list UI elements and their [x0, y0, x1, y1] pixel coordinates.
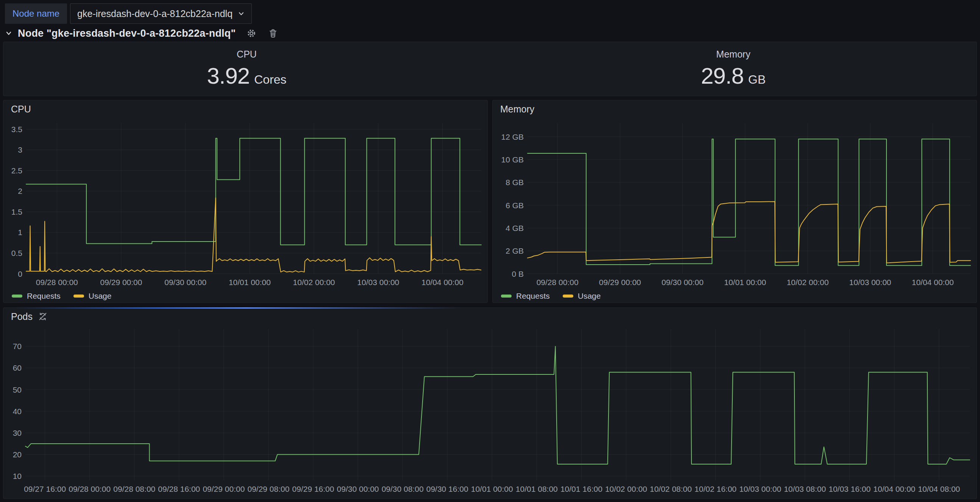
memory-panel: Memory 09/28 00:0009/29 00:0009/30 00:00… [492, 100, 977, 303]
pods-chart-canvas[interactable]: 09/27 16:0009/28 00:0009/28 08:0009/28 1… [3, 325, 977, 499]
svg-text:50: 50 [13, 385, 22, 394]
svg-text:10/01 16:00: 10/01 16:00 [560, 485, 603, 493]
svg-text:0: 0 [18, 270, 22, 278]
svg-text:10/03 08:00: 10/03 08:00 [784, 485, 826, 493]
svg-text:09/30 16:00: 09/30 16:00 [426, 485, 468, 493]
svg-text:10/02 00:00: 10/02 00:00 [605, 485, 647, 493]
variable-bar: Node name gke-iresdash-dev-0-a-812cb22a-… [5, 3, 252, 24]
svg-text:09/30 00:00: 09/30 00:00 [164, 278, 206, 287]
svg-text:10/04 00:00: 10/04 00:00 [873, 485, 915, 493]
cpu-stat: CPU 3.92 Cores [3, 42, 490, 96]
pods-panel-title: Pods [11, 311, 33, 322]
node-name-dropdown[interactable]: gke-iresdash-dev-0-a-812cb22a-ndlq [70, 3, 252, 24]
requests-series-swatch [501, 294, 512, 297]
chevron-down-icon [238, 10, 245, 17]
cpu-stat-number: 3.92 [207, 63, 250, 89]
svg-text:09/28 00:00: 09/28 00:00 [536, 278, 579, 287]
svg-text:10/02 00:00: 10/02 00:00 [786, 278, 829, 287]
stats-panel: CPU 3.92 Cores Memory 29.8 GB [3, 42, 977, 96]
cpu-panel: CPU 09/28 00:0009/29 00:0009/30 00:0010/… [3, 100, 488, 303]
svg-text:3: 3 [18, 145, 22, 154]
cpu-stat-title: CPU [237, 49, 257, 60]
node-name-value: gke-iresdash-dev-0-a-812cb22a-ndlq [77, 8, 232, 19]
legend-label-requests: Requests [27, 292, 60, 300]
svg-text:10/01 00:00: 10/01 00:00 [471, 485, 513, 493]
svg-text:12 GB: 12 GB [501, 132, 524, 141]
svg-text:10/03 16:00: 10/03 16:00 [829, 485, 870, 493]
legend-label-usage: Usage [89, 292, 112, 300]
memory-legend: Requests Usage [493, 290, 977, 302]
svg-text:09/30 08:00: 09/30 08:00 [382, 485, 424, 493]
row-actions [246, 28, 278, 39]
usage-series-swatch [73, 294, 84, 297]
pods-panel: Pods 09/27 16:0009/28 00:0009/28 08:0009… [3, 307, 977, 499]
svg-text:09/29 00:00: 09/29 00:00 [100, 278, 142, 287]
svg-text:09/28 00:00: 09/28 00:00 [68, 485, 111, 493]
memory-stat-number: 29.8 [701, 63, 744, 89]
legend-item-requests[interactable]: Requests [12, 292, 60, 300]
svg-text:3.5: 3.5 [11, 125, 22, 133]
svg-text:10: 10 [13, 472, 22, 480]
cpu-chart-canvas[interactable]: 09/28 00:0009/29 00:0009/30 00:0010/01 0… [3, 118, 487, 290]
svg-text:2: 2 [18, 187, 22, 195]
cpu-panel-title: CPU [11, 104, 31, 115]
svg-text:09/28 16:00: 09/28 16:00 [158, 485, 200, 493]
svg-text:0.5: 0.5 [11, 249, 22, 257]
svg-text:09/28 00:00: 09/28 00:00 [36, 278, 78, 287]
cpu-panel-header[interactable]: CPU [3, 100, 487, 118]
svg-text:09/29 00:00: 09/29 00:00 [203, 485, 245, 493]
svg-text:09/27 16:00: 09/27 16:00 [24, 485, 66, 493]
row-collapse-chevron-icon[interactable] [5, 30, 13, 37]
memory-stat: Memory 29.8 GB [490, 42, 977, 96]
svg-text:10/04 00:00: 10/04 00:00 [422, 278, 463, 287]
svg-text:20: 20 [13, 450, 22, 459]
svg-text:30: 30 [13, 429, 22, 437]
svg-text:4 GB: 4 GB [506, 224, 524, 232]
row-title: Node "gke-iresdash-dev-0-a-812cb22a-ndlq… [18, 28, 235, 40]
trash-icon[interactable] [268, 29, 278, 38]
legend-label-requests: Requests [516, 292, 550, 300]
memory-chart-canvas[interactable]: 09/28 00:0009/29 00:0009/30 00:0010/01 0… [493, 118, 977, 290]
svg-text:10 GB: 10 GB [501, 155, 524, 164]
legend-item-requests[interactable]: Requests [501, 292, 550, 300]
svg-text:0 B: 0 B [512, 270, 524, 278]
variable-label: Node name [5, 3, 67, 24]
svg-text:10/01 00:00: 10/01 00:00 [229, 278, 271, 287]
svg-text:70: 70 [13, 342, 22, 351]
svg-text:09/30 00:00: 09/30 00:00 [337, 485, 379, 493]
sync-slash-icon[interactable] [38, 311, 48, 321]
svg-text:10/01 00:00: 10/01 00:00 [724, 278, 766, 287]
cpu-stat-unit: Cores [254, 73, 286, 87]
cpu-legend: Requests Usage [3, 290, 487, 302]
svg-text:10/03 00:00: 10/03 00:00 [739, 485, 781, 493]
svg-text:1.5: 1.5 [11, 208, 22, 216]
svg-text:09/29 16:00: 09/29 16:00 [292, 485, 334, 493]
svg-text:60: 60 [13, 364, 22, 372]
svg-text:6 GB: 6 GB [506, 201, 524, 210]
legend-item-usage[interactable]: Usage [563, 292, 601, 300]
svg-text:2 GB: 2 GB [506, 246, 524, 255]
usage-series-swatch [563, 294, 573, 297]
grafana-dashboard: { "colors": { "page_bg": "#111217", "pan… [0, 0, 980, 502]
legend-item-usage[interactable]: Usage [73, 292, 112, 300]
legend-label-usage: Usage [578, 292, 601, 300]
svg-text:09/29 00:00: 09/29 00:00 [599, 278, 641, 287]
svg-text:10/02 00:00: 10/02 00:00 [293, 278, 335, 287]
svg-text:10/04 00:00: 10/04 00:00 [912, 278, 954, 287]
svg-text:2.5: 2.5 [11, 166, 22, 175]
svg-text:09/28 08:00: 09/28 08:00 [113, 485, 155, 493]
memory-stat-value: 29.8 GB [701, 63, 766, 89]
dashboard-row-header[interactable]: Node "gke-iresdash-dev-0-a-812cb22a-ndlq… [5, 25, 278, 42]
memory-panel-header[interactable]: Memory [493, 100, 977, 118]
svg-text:8 GB: 8 GB [506, 178, 524, 187]
panel-loading-indicator [13, 307, 461, 308]
pods-panel-header[interactable]: Pods [3, 308, 977, 325]
svg-text:10/03 00:00: 10/03 00:00 [357, 278, 399, 287]
svg-text:10/02 16:00: 10/02 16:00 [694, 485, 737, 493]
svg-text:40: 40 [13, 407, 22, 416]
memory-stat-title: Memory [716, 49, 750, 60]
svg-text:1: 1 [18, 228, 22, 237]
svg-text:09/30 00:00: 09/30 00:00 [662, 278, 703, 287]
cpu-stat-value: 3.92 Cores [207, 63, 286, 89]
gear-icon[interactable] [246, 28, 257, 39]
